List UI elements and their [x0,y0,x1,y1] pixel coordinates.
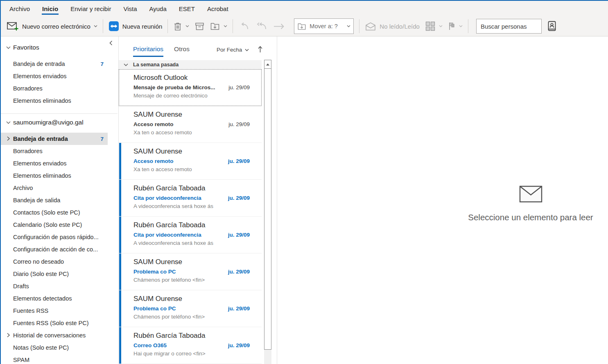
group-header[interactable]: La semana pasada [119,60,262,69]
email-list-item[interactable]: SAUM Ourense Problema co PC ju. 29/09 Ch… [119,253,262,290]
archive-icon [194,22,205,31]
email-list-item[interactable]: SAUM Ourense Problema co PC ju. 29/09 Ch… [119,290,262,327]
arrow-up-icon [257,45,263,53]
folder-item-diario-solo-este-pc[interactable]: Diario (Solo este PC) [1,268,108,280]
mail-list-header: Prioritarios Otros Por Fecha [119,36,277,58]
email-sender: SAUM Ourense [133,258,262,266]
folder-item-label: SPAM [13,357,29,363]
menu-item-archivo[interactable]: Archivo [3,1,36,16]
favorites-header[interactable]: Favoritos [1,41,118,54]
reply-all-button[interactable] [255,22,267,31]
folder-item-elementos-eliminados[interactable]: Elementos eliminados [1,95,108,107]
email-list-item[interactable]: Rubén García Taboada Cita por videoconfe… [119,180,262,217]
folder-item-correo-no-deseado[interactable]: Correo no deseado [1,255,108,268]
empty-state-message: Seleccione un elemento para leer [408,213,608,222]
folder-item-contactos-solo-este-pc[interactable]: Contactos (Solo este PC) [1,206,108,219]
undo-button[interactable] [238,22,249,31]
sort-by-button[interactable]: Por Fecha [217,47,249,53]
scrollbar[interactable] [264,60,271,364]
folder-unread-count: 7 [100,61,104,67]
mail-tab-label: Prioritarios [133,45,163,52]
folder-item-fuentes-rss-solo-este-pc[interactable]: Fuentes RSS (Solo este PC) [1,317,108,329]
move-to-folder-icon [210,22,220,31]
folder-item-bandeja-de-salida[interactable]: Bandeja de salida [1,194,108,206]
folder-item-spam[interactable]: SPAM [1,354,108,364]
tab-prioritarios[interactable]: Prioritarios [133,45,163,57]
folder-item-bandeja-de-entrada[interactable]: Bandeja de entrada 7 [1,58,108,70]
folder-item-configuraci-n-de-pasos-r-pido[interactable]: Configuración de pasos rápido... [1,231,108,243]
email-list-item[interactable]: Rubén García Taboada Correo O365 ju. 29/… [119,327,262,364]
folder-item-elementos-detectados[interactable]: Elementos detectados [1,292,108,305]
folder-item-configuraci-n-de-acci-n-de-co[interactable]: Configuración de acción de co... [1,243,108,255]
scroll-up-button[interactable] [264,60,271,69]
forward-button[interactable] [273,23,285,30]
chevron-down-icon [439,25,443,27]
new-email-label: Nuevo correo electrónico [22,23,90,30]
email-sender: Microsoft Outlook [133,74,262,82]
email-subject: Acceso remoto [133,158,174,164]
folder-item-elementos-eliminados[interactable]: Elementos eliminados [1,170,108,182]
folder-item-drafts[interactable]: Drafts [1,280,108,292]
folder-item-fuentes-rss[interactable]: Fuentes RSS [1,305,108,317]
email-list-item[interactable]: SAUM Ourense Acceso remoto ju. 29/09 Xa … [119,143,262,180]
email-subject: Cita por videoconferencia [133,195,201,201]
menu-item-acrobat[interactable]: Acrobat [201,1,235,16]
delete-button[interactable] [173,21,189,31]
unread-indicator [119,143,121,179]
email-preview: Mensaje de correo electrónico [133,93,262,99]
archive-button[interactable] [194,22,205,31]
unread-indicator [119,217,121,253]
move-button[interactable] [210,22,227,31]
folder-item-label: Configuración de acción de co... [13,246,98,253]
menu-item-eset[interactable]: ESET [173,1,201,16]
folder-item-borradores[interactable]: Borradores [1,82,108,95]
menu-item-enviar-y-recibir[interactable]: Enviar y recibir [64,1,117,16]
collapse-pane-button[interactable] [108,38,114,49]
folder-item-historial-de-conversaciones[interactable]: Historial de conversaciones [1,329,108,341]
email-list-item[interactable]: SAUM Ourense Acceso remoto ju. 29/09 Xa … [119,106,262,143]
menu-item-vista[interactable]: Vista [117,1,143,16]
tab-otros[interactable]: Otros [174,45,190,57]
unread-read-button[interactable]: No leído/Leído [365,22,420,31]
folder-item-label: Fuentes RSS (Solo este PC) [13,320,89,326]
new-email-button[interactable]: Nuevo correo electrónico [7,21,97,32]
email-preview: Chámenos por teléfono <fin> [133,277,262,283]
address-book-button[interactable] [547,20,557,32]
new-meeting-label: Nueva reunión [122,23,163,30]
chevron-down-icon [94,25,97,27]
menu-item-label: Enviar y recibir [70,5,111,12]
menu-item-ayuda[interactable]: Ayuda [143,1,172,16]
menu-item-label: Ayuda [149,5,166,12]
folder-item-archivo[interactable]: Archivo [1,182,108,194]
email-list-item[interactable]: Rubén García Taboada Cita por videoconfe… [119,217,262,253]
sort-direction-button[interactable] [257,45,263,55]
account-header[interactable]: saumoumigra@uvigo.gal [1,115,118,129]
divider [1,113,118,114]
email-sender: SAUM Ourense [133,147,262,156]
group-header-label: La semana pasada [133,62,179,68]
folder-item-calendario-solo-este-pc[interactable]: Calendario (Solo este PC) [1,219,108,231]
email-list-item[interactable]: Microsoft Outlook Mensaje de prueba de M… [119,69,262,106]
scrollbar-thumb[interactable] [264,69,271,350]
new-meeting-button[interactable]: Nueva reunión [108,21,163,32]
search-people-input[interactable] [476,19,542,34]
folder-item-bandeja-de-entrada[interactable]: Bandeja de entrada 7 [1,133,108,145]
folder-item-borradores[interactable]: Borradores [1,145,108,157]
divider [167,19,168,33]
categorize-button[interactable] [425,21,443,32]
divider [233,19,233,33]
email-preview: Hai que migrar o correo <fin> [133,350,262,357]
folder-item-elementos-enviados[interactable]: Elementos enviados [1,157,108,170]
chevron-down-icon [224,25,227,27]
folder-item-label: Elementos detectados [13,295,72,302]
account-title: saumoumigra@uvigo.gal [13,119,84,126]
reading-pane: Seleccione un elemento para leer [277,36,608,364]
folder-item-elementos-enviados[interactable]: Elementos enviados [1,70,108,82]
folder-item-notas-solo-este-pc[interactable]: Notas (Solo este PC) [1,341,108,354]
follow-up-flag-button[interactable] [448,22,463,31]
menu-item-label: Inicio [42,5,58,12]
menu-item-inicio[interactable]: Inicio [36,1,64,16]
favorites-title: Favoritos [13,44,39,51]
move-to-combo[interactable]: Mover a: ? [294,18,354,34]
ribbon-toolbar: Nuevo correo electrónico Nueva reunión [1,16,608,36]
